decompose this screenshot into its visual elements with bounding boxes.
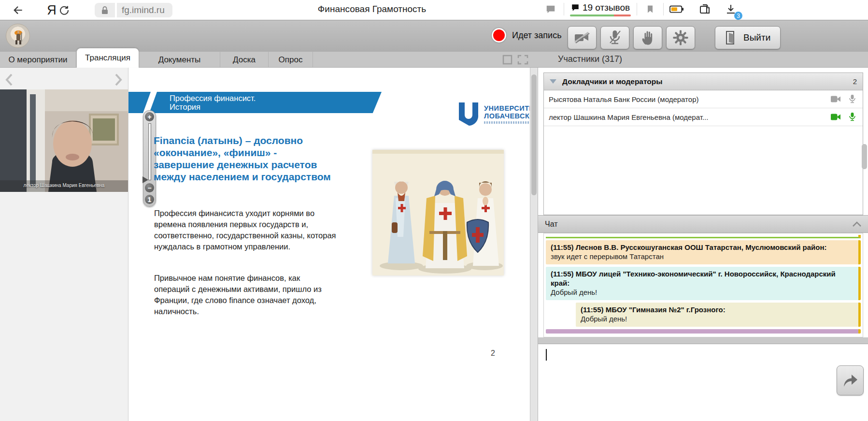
camera-icon — [830, 96, 841, 102]
participant-row[interactable]: лектор Шашкина Мария Евгеньевна (модерат… — [544, 108, 863, 126]
fullscreen-icon[interactable] — [517, 55, 528, 65]
tabs-icon[interactable] — [697, 2, 712, 16]
participant-name: лектор Шашкина Мария Евгеньевна (модерат… — [549, 113, 825, 121]
mic-icon — [846, 95, 858, 103]
tab-documents[interactable]: Документы — [139, 52, 220, 68]
hand-icon — [640, 29, 655, 46]
send-message-button[interactable] — [837, 365, 864, 395]
chat-message-text: Добрый день! — [581, 314, 854, 323]
zoom-slider-handle[interactable] — [142, 176, 148, 183]
zoom-out-button[interactable]: − — [145, 183, 154, 192]
review-bubble-icon — [571, 3, 580, 12]
chat-input-divider[interactable] — [538, 337, 868, 344]
chat-title: Чат — [545, 220, 852, 229]
divider — [663, 3, 664, 15]
chat-header[interactable]: Чат — [538, 215, 868, 233]
mic-icon — [846, 113, 858, 121]
downloads-badge: 3 — [734, 12, 742, 20]
slide-page-number: 2 — [491, 349, 495, 358]
zoom-slider-track[interactable] — [148, 123, 151, 180]
chat-input-area[interactable] — [538, 344, 868, 421]
next-video-arrow[interactable] — [110, 72, 127, 88]
comment-icon[interactable] — [543, 2, 558, 16]
tab-broadcast[interactable]: Трансляция — [76, 48, 139, 68]
chat-message-text: звук идет с перерывом Татарстан — [551, 252, 854, 261]
bookmark-icon[interactable] — [643, 2, 657, 16]
webcam-name-label: лектор Шашкина Мария Евгеньевна — [0, 183, 128, 188]
speakers-header[interactable]: Докладчики и модераторы 2 — [544, 73, 863, 90]
zoom-in-button[interactable]: + — [145, 112, 154, 121]
presentation-slide: Профессия финансист. История УНИВЕРСИТЕТ… — [128, 68, 530, 421]
recording-indicator: Идет запись — [492, 28, 562, 43]
chat-message-list[interactable]: (11:55) Леснов В.В. Русскошуганская ООШ … — [543, 233, 863, 337]
tab-poll[interactable]: Опрос — [269, 52, 313, 68]
slide-scrollbar-thumb[interactable] — [531, 74, 537, 195]
send-icon — [842, 373, 858, 388]
browser-bar: Я fg.imind.ru Финансовая Грамотность 19 … — [0, 0, 868, 20]
camera-off-icon — [573, 30, 591, 45]
reload-button[interactable] — [57, 3, 71, 17]
chat-message: (11:55) МБОУ "Гимназия №2" г.Грозного: Д… — [576, 303, 861, 327]
speakers-group-title: Докладчики и модераторы — [562, 77, 847, 86]
divider — [564, 3, 564, 15]
chat-collapse-icon[interactable] — [852, 221, 862, 227]
zoom-reset-button[interactable]: 1 — [145, 195, 154, 204]
tab-about[interactable]: О мероприятии — [0, 52, 76, 68]
browser-back-button[interactable] — [11, 3, 25, 17]
speakers-section: Докладчики и модераторы 2 Рысятова Натал… — [543, 73, 863, 215]
rating-bar — [570, 15, 631, 16]
raise-hand-button[interactable] — [633, 26, 662, 49]
prev-video-arrow[interactable] — [1, 72, 17, 88]
camera-icon — [830, 114, 841, 120]
address-bar[interactable]: fg.imind.ru — [95, 3, 172, 17]
app-toolbar: Идет запись — [0, 20, 868, 52]
chat-message-text: Добрый день! — [551, 288, 854, 297]
chat-scrollbar[interactable] — [862, 144, 867, 169]
chat-message-partial-bottom — [546, 329, 861, 334]
chat-message-author: (11:55) МБОУ "Гимназия №2" г.Грозного: — [581, 305, 854, 314]
divider — [637, 3, 637, 15]
reviews-label: 19 отзывов — [583, 2, 630, 13]
recording-label: Идет запись — [512, 30, 562, 41]
webcam-picture — [0, 89, 128, 192]
collapse-triangle-icon[interactable] — [550, 79, 556, 84]
slide-banner-line2: История — [170, 102, 256, 111]
participant-name: Рысятова Наталья Банк России (модератор) — [549, 95, 825, 103]
chat-message-author: (11:55) Леснов В.В. Русскошуганская ООШ … — [551, 243, 854, 252]
tab-bar: О мероприятии Трансляция Документы Доска… — [0, 52, 868, 68]
slide-banner-line1: Профессия финансист. — [170, 94, 256, 102]
recording-dot-icon — [492, 28, 506, 43]
slide-paragraph-2: Привычное нам понятие финансов, как опер… — [154, 273, 337, 317]
slide-scrollbar[interactable] — [530, 68, 538, 421]
slide-paragraph-1: Профессия финансиста уходит корнями во в… — [154, 208, 337, 252]
reviews-widget[interactable]: 19 отзывов — [570, 2, 631, 16]
participant-row[interactable]: Рысятова Наталья Банк России (модератор) — [544, 90, 863, 108]
gear-icon — [672, 29, 689, 46]
lock-icon[interactable] — [95, 3, 115, 17]
tab-board[interactable]: Доска — [220, 52, 269, 68]
single-view-icon[interactable] — [502, 55, 512, 65]
exit-button[interactable]: Выйти — [715, 26, 781, 49]
webcam-video[interactable]: лектор Шашкина Мария Евгеньевна — [0, 89, 128, 192]
speakers-group-count: 2 — [853, 77, 857, 86]
slide-image-knights — [372, 150, 504, 276]
mic-off-icon — [608, 29, 622, 46]
chat-message: (11:55) МБОУ лицей "Технико-экономически… — [546, 267, 861, 300]
event-logo — [6, 24, 30, 48]
page-title: Финансовая Грамотность — [270, 4, 473, 15]
chat-message-partial-top — [546, 235, 861, 238]
url-text: fg.imind.ru — [122, 5, 165, 15]
chat-message: (11:55) Леснов В.В. Русскошуганская ООШ … — [546, 240, 861, 264]
battery-icon[interactable] — [669, 2, 684, 16]
browser-actions: 19 отзывов 3 — [543, 2, 738, 16]
video-column: лектор Шашкина Мария Евгеньевна — [0, 68, 128, 421]
downloads-icon[interactable]: 3 — [724, 2, 738, 16]
right-panel: Докладчики и модераторы 2 Рысятова Натал… — [538, 68, 868, 421]
door-exit-icon — [725, 30, 737, 45]
settings-button[interactable] — [666, 26, 695, 49]
text-caret — [546, 349, 547, 361]
camera-toggle-button[interactable] — [568, 26, 597, 49]
mic-toggle-button[interactable] — [600, 26, 629, 49]
university-logo-icon — [458, 102, 479, 127]
exit-label: Выйти — [743, 32, 770, 43]
